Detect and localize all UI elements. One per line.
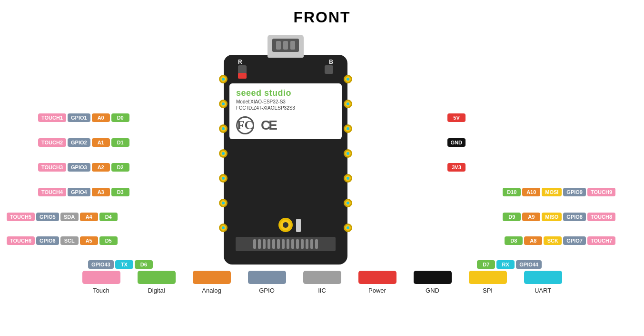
badge-gpio1: GPIO1 <box>68 113 90 122</box>
pin-row-left-3: TOUCH3 GPIO3 A2 D2 <box>38 163 129 172</box>
badge-5v: 5V <box>447 113 466 122</box>
page-title: FRONT <box>0 0 644 26</box>
badge-gpio8: GPIO8 <box>563 213 586 221</box>
badge-d2: D2 <box>111 163 129 172</box>
pin-row-right-1: 5V <box>447 113 466 122</box>
model-text: Model:XIAO-ESP32-S3 <box>236 99 335 104</box>
legend-spi: SPI <box>469 271 507 294</box>
legend-digital: Digital <box>138 271 176 294</box>
badge-a8: A8 <box>524 236 542 245</box>
badge-d4: D4 <box>99 213 118 221</box>
badge-touch9: TOUCH9 <box>587 188 615 196</box>
legend: Touch Digital Analog GPIO IIC Power GND <box>0 271 644 294</box>
legend-iic-label: IIC <box>318 287 326 294</box>
pin-holes-right <box>344 67 352 240</box>
legend-spi-label: SPI <box>483 287 493 294</box>
usb-connector <box>268 35 304 58</box>
btn-b[interactable] <box>325 65 333 74</box>
badge-d9: D9 <box>503 213 521 221</box>
badge-d5: D5 <box>99 236 118 245</box>
badge-d1: D1 <box>111 138 129 147</box>
pin-row-left-4: TOUCH4 GPIO4 A3 D3 <box>38 188 129 196</box>
legend-gnd-label: GND <box>426 287 439 294</box>
fc-logo: FC <box>236 116 254 134</box>
badge-d7: D7 <box>477 260 495 269</box>
badge-sck: SCK <box>544 236 562 245</box>
badge-a3: A3 <box>92 188 110 196</box>
pin-row-left-5: TOUCH5 GPIO5 SDA A4 D4 <box>7 213 118 221</box>
badge-a5: A5 <box>80 236 98 245</box>
badge-touch3: TOUCH3 <box>38 163 66 172</box>
badge-touch6: TOUCH6 <box>7 236 35 245</box>
legend-analog-label: Analog <box>202 287 221 294</box>
badge-a4: A4 <box>80 213 98 221</box>
pin-row-right-2: GND <box>447 138 466 147</box>
legend-uart-label: UART <box>535 287 551 294</box>
legend-uart: UART <box>524 271 562 294</box>
legend-touch: Touch <box>82 271 120 294</box>
fcc-text: FCC ID:Z4T-XIAOESP32S3 <box>236 105 335 111</box>
badge-a10: A10 <box>522 188 540 196</box>
badge-gpio44: GPIO44 <box>516 260 542 269</box>
board-label: seeed studio Model:XIAO-ESP32-S3 FCC ID:… <box>229 83 342 139</box>
label-r: R <box>238 59 242 65</box>
legend-touch-label: Touch <box>93 287 109 294</box>
badge-touch4: TOUCH4 <box>38 188 66 196</box>
badge-d6: D6 <box>135 260 153 269</box>
badge-d3: D3 <box>111 188 129 196</box>
badge-a0: A0 <box>92 113 110 122</box>
badge-touch2: TOUCH2 <box>38 138 66 147</box>
badge-d10: D10 <box>503 188 521 196</box>
legend-power: Power <box>358 271 396 294</box>
badge-touch7: TOUCH7 <box>587 236 615 245</box>
badge-tx: TX <box>115 260 133 269</box>
badge-gpio7: GPIO7 <box>563 236 586 245</box>
ce-logo: CE <box>261 118 276 133</box>
badge-touch1: TOUCH1 <box>38 113 66 122</box>
board: R B seeed studio Model:XIAO-ESP32-S3 FCC… <box>224 55 347 265</box>
legend-gpio: GPIO <box>248 271 286 294</box>
bottom-strip <box>236 237 336 251</box>
pin-row-right-5: D9 A9 MISO GPIO8 TOUCH8 <box>503 213 615 221</box>
badge-gpio5: GPIO5 <box>36 213 59 221</box>
badge-touch5: TOUCH5 <box>7 213 35 221</box>
pin-row-right-6: D8 A8 SCK GPIO7 TOUCH7 <box>505 236 615 245</box>
diagram-area: R B seeed studio Model:XIAO-ESP32-S3 FCC… <box>0 26 644 303</box>
badge-d0: D0 <box>111 113 129 122</box>
pin-holes-left <box>219 67 228 240</box>
badge-gpio3: GPIO3 <box>68 163 90 172</box>
pin-row-left-2: TOUCH2 GPIO2 A1 D1 <box>38 138 129 147</box>
legend-iic: IIC <box>303 271 341 294</box>
pin-row-right-4: D10 A10 MOSI GPIO9 TOUCH9 <box>503 188 615 196</box>
badge-mosi: MOSI <box>542 188 562 196</box>
badge-touch8: TOUCH8 <box>587 213 615 221</box>
legend-analog: Analog <box>193 271 231 294</box>
badge-3v3: 3V3 <box>447 163 466 172</box>
badge-gpio43: GPIO43 <box>88 260 114 269</box>
badge-a2: A2 <box>92 163 110 172</box>
badge-gpio2: GPIO2 <box>68 138 90 147</box>
badge-gpio6: GPIO6 <box>36 236 59 245</box>
badge-sda: SDA <box>60 213 79 221</box>
label-b: B <box>329 59 333 65</box>
badge-scl: SCL <box>60 236 79 245</box>
red-component <box>238 73 247 79</box>
badge-gpio9: GPIO9 <box>563 188 586 196</box>
pin-row-right-3: 3V3 <box>447 163 466 172</box>
badge-rx: RX <box>496 260 515 269</box>
legend-gpio-label: GPIO <box>259 287 275 294</box>
badge-gnd: GND <box>447 138 466 147</box>
pin-row-left-6: TOUCH6 GPIO6 SCL A5 D5 <box>7 236 118 245</box>
board-connector <box>278 218 293 232</box>
pin-row-left-7: GPIO43 TX D6 <box>88 260 153 269</box>
white-light <box>296 219 301 232</box>
pin-row-right-7: D7 RX GPIO44 <box>477 260 542 269</box>
badge-miso: MISO <box>542 213 562 221</box>
legend-gnd: GND <box>414 271 452 294</box>
badge-a9: A9 <box>522 213 540 221</box>
pin-row-left-1: TOUCH1 GPIO1 A0 D0 <box>38 113 129 122</box>
badge-a1: A1 <box>92 138 110 147</box>
legend-digital-label: Digital <box>148 287 165 294</box>
badge-d8: D8 <box>505 236 523 245</box>
brand-text: seeed studio <box>236 88 335 98</box>
